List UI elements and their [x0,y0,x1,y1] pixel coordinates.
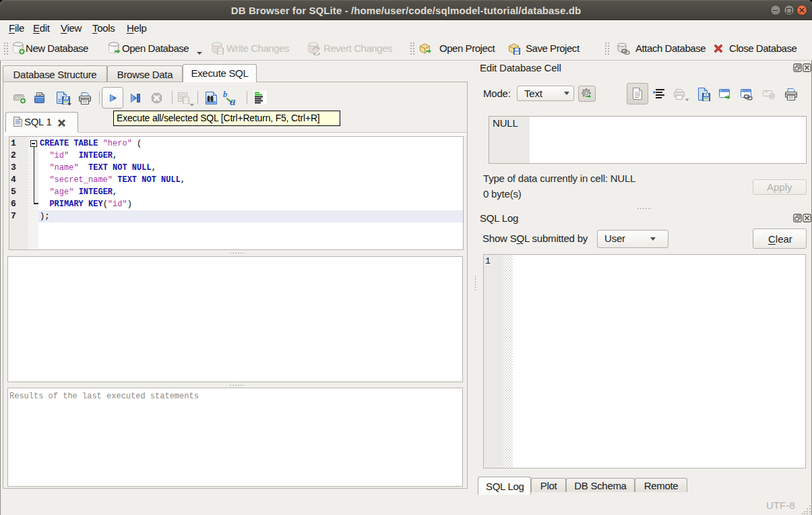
svg-text:b: b [223,90,228,99]
